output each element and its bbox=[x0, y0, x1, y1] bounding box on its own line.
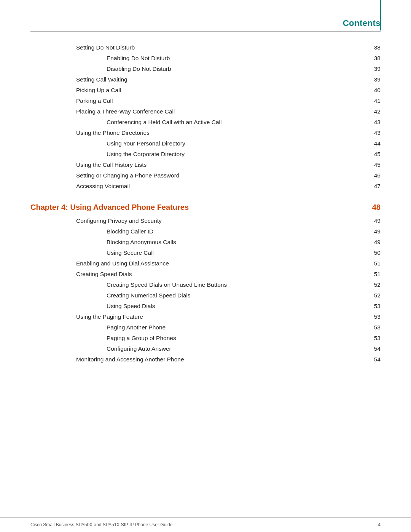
toc-entry-text: Creating Numerical Speed Dials bbox=[107, 292, 365, 299]
toc-entry: Disabling Do Not Disturb39 bbox=[30, 64, 381, 74]
contents-header: Contents bbox=[0, 0, 411, 28]
toc-entry: Using the Paging Feature53 bbox=[30, 312, 381, 322]
toc-entry: Using the Corporate Directory45 bbox=[30, 149, 381, 160]
toc-entry-page: 53 bbox=[365, 335, 381, 342]
toc-entry-text: Creating Speed Dials on Unused Line Butt… bbox=[107, 281, 365, 288]
toc-entry-text: Blocking Caller ID bbox=[107, 228, 365, 235]
toc-entry-page: 47 bbox=[365, 183, 381, 190]
toc-entry-page: 51 bbox=[365, 271, 381, 278]
toc-entry-text: Configuring Auto Answer bbox=[107, 345, 365, 352]
toc-entry-page: 49 bbox=[365, 217, 381, 224]
toc-entry: Picking Up a Call40 bbox=[30, 85, 381, 96]
toc-entry-page: 49 bbox=[365, 228, 381, 235]
toc-entry-text: Blocking Anonymous Calls bbox=[107, 239, 365, 246]
toc-entry-page: 51 bbox=[365, 260, 381, 267]
toc-entry: Using Secure Call50 bbox=[30, 248, 381, 258]
toc-entry-text: Paging a Group of Phones bbox=[107, 335, 365, 342]
toc-entry: Setting Call Waiting39 bbox=[30, 74, 381, 85]
toc-entry-page: 53 bbox=[365, 313, 381, 320]
toc-entry: Using Speed Dials53 bbox=[30, 301, 381, 312]
toc-entry: Setting Do Not Disturb38 bbox=[30, 42, 381, 53]
toc-entry-page: 54 bbox=[365, 356, 381, 363]
page-container: Contents Setting Do Not Disturb38Enablin… bbox=[0, 0, 411, 532]
toc-entry-page: 45 bbox=[365, 151, 381, 158]
toc-entry-text: Monitoring and Accessing Another Phone bbox=[76, 356, 365, 363]
toc-entry: Configuring Privacy and Security49 bbox=[30, 216, 381, 226]
toc-entry: Monitoring and Accessing Another Phone54 bbox=[30, 354, 381, 365]
toc-entry-text: Enabling Do Not Disturb bbox=[107, 55, 365, 62]
contents-title: Contents bbox=[343, 18, 381, 28]
toc-entry-text: Setting or Changing a Phone Password bbox=[76, 172, 365, 179]
toc-entry-page: 49 bbox=[365, 239, 381, 246]
toc-entry-text: Using the Call History Lists bbox=[76, 161, 365, 168]
toc-entry: Configuring Auto Answer54 bbox=[30, 343, 381, 354]
toc-entry-text: Picking Up a Call bbox=[76, 87, 365, 94]
toc-entry-page: 38 bbox=[365, 55, 381, 62]
toc-entry-text: Paging Another Phone bbox=[107, 324, 365, 331]
toc-entry-text: Using Secure Call bbox=[107, 249, 365, 256]
toc-entry: Blocking Anonymous Calls49 bbox=[30, 237, 381, 248]
toc-entry: Creating Speed Dials51 bbox=[30, 269, 381, 280]
toc-entry: Enabling and Using Dial Assistance51 bbox=[30, 258, 381, 269]
accent-bar bbox=[380, 0, 381, 30]
toc-entry-page: 46 bbox=[365, 172, 381, 179]
toc-entry-page: 53 bbox=[365, 324, 381, 331]
toc-entry-page: 52 bbox=[365, 292, 381, 299]
toc-entry: Using the Phone Directories43 bbox=[30, 128, 381, 138]
toc-entry-text: Using the Paging Feature bbox=[76, 313, 365, 320]
toc-entry: Parking a Call41 bbox=[30, 96, 381, 106]
toc-entry-page: 54 bbox=[365, 345, 381, 352]
toc-entry-text: Enabling and Using Dial Assistance bbox=[76, 260, 365, 267]
toc-entry-page: 50 bbox=[365, 249, 381, 256]
toc-entry-text: Disabling Do Not Disturb bbox=[107, 66, 365, 72]
toc-entry: Placing a Three-Way Conference Call42 bbox=[30, 106, 381, 117]
toc-entry-page: 43 bbox=[365, 129, 381, 136]
toc-entry-page: 45 bbox=[365, 161, 381, 168]
toc-entry-page: 52 bbox=[365, 281, 381, 288]
toc-entry: Conferencing a Held Call with an Active … bbox=[30, 117, 381, 128]
toc-entry: Paging Another Phone53 bbox=[30, 322, 381, 333]
page-footer: Cisco Small Business SPA50X and SPA51X S… bbox=[0, 517, 411, 532]
toc-entry: Creating Numerical Speed Dials52 bbox=[30, 290, 381, 301]
toc-content: Setting Do Not Disturb38Enabling Do Not … bbox=[0, 32, 411, 517]
toc-entry-page: 42 bbox=[365, 108, 381, 115]
chapter-heading-text: Chapter 4: Using Advanced Phone Features bbox=[30, 203, 189, 212]
toc-entry-page: 39 bbox=[365, 66, 381, 72]
toc-entry: Creating Speed Dials on Unused Line Butt… bbox=[30, 280, 381, 290]
toc-entry-page: 41 bbox=[365, 97, 381, 104]
toc-entry-text: Accessing Voicemail bbox=[76, 183, 365, 190]
toc-entry: Paging a Group of Phones53 bbox=[30, 333, 381, 343]
toc-entry-page: 40 bbox=[365, 87, 381, 94]
toc-entry-text: Setting Do Not Disturb bbox=[76, 44, 365, 51]
toc-entry-text: Using Your Personal Directory bbox=[107, 140, 365, 147]
toc-entry-text: Creating Speed Dials bbox=[76, 271, 365, 278]
chapter-heading-page: 48 bbox=[365, 203, 381, 212]
toc-entry-page: 38 bbox=[365, 44, 381, 51]
footer-document-title: Cisco Small Business SPA50X and SPA51X S… bbox=[30, 522, 172, 527]
toc-entry: Setting or Changing a Phone Password46 bbox=[30, 170, 381, 181]
toc-entry-text: Using the Phone Directories bbox=[76, 129, 365, 136]
toc-entry-page: 44 bbox=[365, 140, 381, 147]
toc-entry-page: 53 bbox=[365, 303, 381, 310]
toc-entry: Blocking Caller ID49 bbox=[30, 226, 381, 237]
toc-entry: Using the Call History Lists45 bbox=[30, 160, 381, 170]
toc-entry-text: Setting Call Waiting bbox=[76, 76, 365, 83]
toc-entry-text: Conferencing a Held Call with an Active … bbox=[107, 119, 365, 126]
toc-entry-text: Parking a Call bbox=[76, 97, 365, 104]
toc-entry-text: Using Speed Dials bbox=[107, 303, 365, 310]
chapter-heading: Chapter 4: Using Advanced Phone Features… bbox=[30, 192, 381, 216]
toc-entry-text: Configuring Privacy and Security bbox=[76, 217, 365, 224]
toc-entry: Using Your Personal Directory44 bbox=[30, 138, 381, 149]
toc-entry-page: 39 bbox=[365, 76, 381, 83]
toc-entry-text: Placing a Three-Way Conference Call bbox=[76, 108, 365, 115]
toc-entry: Accessing Voicemail47 bbox=[30, 181, 381, 192]
toc-entry-page: 43 bbox=[365, 119, 381, 126]
toc-entry-text: Using the Corporate Directory bbox=[107, 151, 365, 158]
toc-entry: Enabling Do Not Disturb38 bbox=[30, 53, 381, 64]
footer-page-number: 4 bbox=[378, 522, 381, 527]
